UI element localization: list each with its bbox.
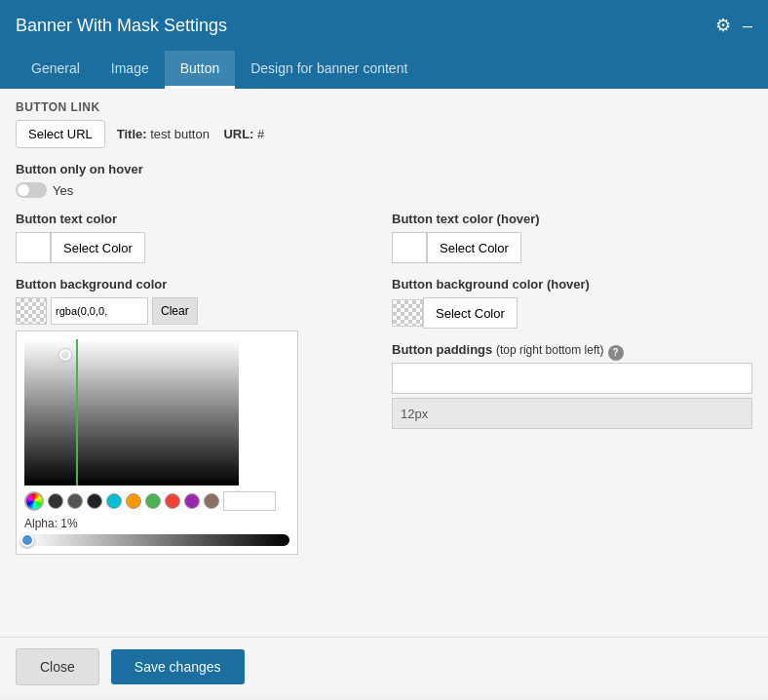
hover-toggle[interactable] — [16, 182, 47, 198]
preset-color-5[interactable] — [126, 493, 141, 509]
hex-input[interactable] — [223, 491, 276, 511]
tab-image[interactable]: Image — [96, 51, 165, 89]
main-content: Button link Select URL Title: test butto… — [0, 89, 768, 637]
close-button[interactable]: Close — [16, 648, 99, 685]
text-color-button[interactable]: Select Color — [51, 232, 145, 263]
preset-color-8[interactable] — [184, 493, 200, 509]
alpha-label: Alpha: 1% — [24, 517, 289, 530]
bg-color-hover-label: Button background color (hover) — [392, 277, 752, 292]
bg-color-col: Button background color Clear — [16, 277, 376, 555]
paddings-section: Button paddings (top right bottom left) … — [392, 342, 752, 429]
hue-presets-row — [24, 491, 289, 511]
text-color-hover-label: Button text color (hover) — [392, 212, 752, 226]
rgba-input[interactable] — [51, 297, 148, 325]
button-link-label: Button link — [16, 100, 752, 114]
preset-color-1[interactable] — [48, 493, 63, 509]
picker-canvas-row — [24, 339, 289, 486]
paddings-label-row: Button paddings (top right bottom left) … — [392, 342, 752, 363]
bg-color-hover-button[interactable]: Select Color — [423, 297, 518, 329]
text-color-hover-select-row: Select Color — [392, 232, 752, 263]
text-color-col: Button text color Select Color — [16, 212, 376, 263]
color-picker-panel: Alpha: 1% — [16, 331, 298, 555]
bg-color-swatch — [16, 297, 47, 325]
preset-color-4[interactable] — [106, 493, 122, 509]
bg-color-input-row: Clear — [16, 297, 376, 325]
paddings-input[interactable] — [392, 363, 752, 394]
tab-design[interactable]: Design for banner content — [235, 51, 423, 89]
clear-button[interactable]: Clear — [152, 297, 198, 325]
text-color-select-row: Select Color — [16, 232, 376, 263]
minimize-icon[interactable]: – — [743, 16, 752, 36]
preset-color-9[interactable] — [204, 493, 219, 509]
preset-color-6[interactable] — [145, 493, 161, 509]
bg-color-hover-col: Button background color (hover) Select C… — [392, 277, 752, 555]
alpha-section: Alpha: 1% — [24, 517, 289, 546]
tab-button[interactable]: Button — [165, 51, 235, 89]
text-color-swatch — [16, 232, 51, 263]
hover-toggle-section: Button only on hover Yes — [16, 162, 752, 198]
hover-yes-label: Yes — [53, 183, 73, 198]
text-color-hover-col: Button text color (hover) Select Color — [392, 212, 752, 263]
tab-general[interactable]: General — [16, 51, 96, 89]
header: Banner With Mask Settings ⚙ – — [0, 0, 768, 51]
picker-cursor — [59, 349, 71, 361]
bg-color-hover-swatch — [392, 299, 423, 327]
header-actions: ⚙ – — [715, 15, 752, 36]
preset-color-2[interactable] — [67, 493, 83, 509]
bg-color-label: Button background color — [16, 277, 376, 292]
app-title: Banner With Mask Settings — [16, 16, 227, 36]
hue-indicator-line — [76, 339, 78, 486]
text-color-label: Button text color — [16, 212, 376, 226]
button-link-section: Button link Select URL Title: test butto… — [16, 100, 752, 148]
paddings-value: 12px — [392, 398, 752, 429]
bg-color-hover-select-row: Select Color — [392, 297, 752, 329]
paddings-label: Button paddings (top right bottom left) — [392, 342, 604, 357]
bg-color-row: Button background color Clear — [16, 277, 752, 555]
preset-color-7[interactable] — [165, 493, 180, 509]
tab-bar: General Image Button Design for banner c… — [0, 51, 768, 89]
gear-icon[interactable]: ⚙ — [715, 15, 731, 36]
saturation-value-picker[interactable] — [24, 339, 239, 486]
alpha-slider[interactable] — [24, 534, 289, 546]
text-color-hover-swatch — [392, 232, 427, 263]
footer: Close Save changes — [0, 637, 768, 695]
hue-circle[interactable] — [24, 491, 44, 511]
select-url-button[interactable]: Select URL — [16, 120, 105, 148]
paddings-info-icon[interactable]: ? — [608, 345, 624, 361]
alpha-thumb — [20, 533, 34, 547]
hover-checkbox-label: Yes — [16, 182, 752, 198]
text-color-hover-button[interactable]: Select Color — [427, 232, 521, 263]
hover-field-label: Button only on hover — [16, 162, 752, 176]
text-color-row: Button text color Select Color Button te… — [16, 212, 752, 263]
button-link-row: Select URL Title: test button URL: # — [16, 120, 752, 148]
preset-color-3[interactable] — [87, 493, 102, 509]
save-button[interactable]: Save changes — [111, 649, 245, 684]
link-title: Title: test button URL: # — [117, 127, 265, 141]
